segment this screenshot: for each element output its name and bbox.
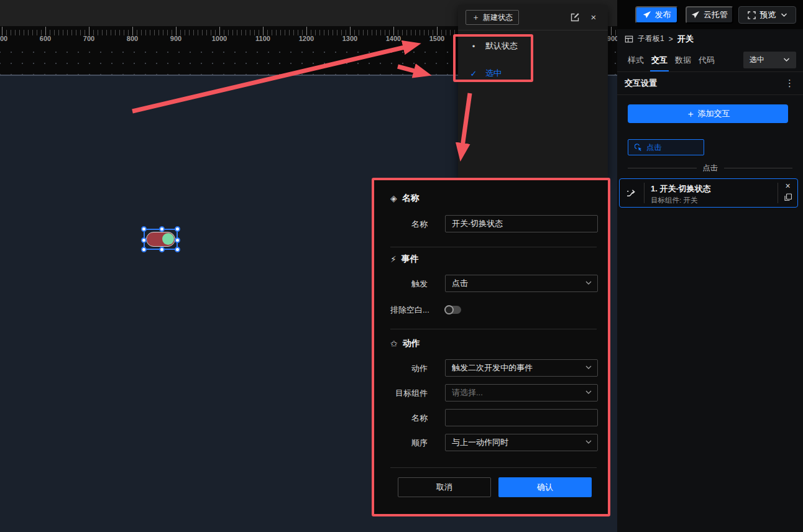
switch-knob[interactable] xyxy=(162,233,174,245)
field-label: 名称 xyxy=(389,219,428,230)
new-state-label: 新建状态 xyxy=(483,12,513,23)
action-select[interactable]: 触发二次开发中的事件 xyxy=(445,359,598,377)
card-actions: × xyxy=(778,179,797,207)
resize-handle-s[interactable] xyxy=(159,247,165,252)
select-value: 与上一动作同时 xyxy=(452,437,508,448)
breadcrumb-parent[interactable]: 子看板1 xyxy=(638,34,664,44)
section-title: 名称 xyxy=(402,193,420,204)
diamond-icon: ◈ xyxy=(390,193,397,203)
chevron-down-icon xyxy=(585,440,592,444)
cancel-button[interactable]: 取消 xyxy=(398,477,491,497)
ruler-label: 600 xyxy=(32,35,59,42)
publish-label: 发布 xyxy=(655,9,671,21)
ruler-label: 800 xyxy=(119,35,146,42)
tab-code[interactable]: 代码 xyxy=(699,55,715,66)
chevron-down-icon xyxy=(781,13,787,17)
resize-handle-ne[interactable] xyxy=(175,226,180,232)
field-row-order: 顺序 与上一动作同时 xyxy=(374,434,608,451)
new-state-button[interactable]: ＋ 新建状态 xyxy=(466,10,519,25)
copy-icon[interactable] xyxy=(784,193,792,204)
name-input[interactable] xyxy=(445,215,598,232)
section-title: 事件 xyxy=(402,254,419,265)
modal-section-action: ✩ 动作 xyxy=(390,338,420,349)
add-interaction-button[interactable]: ＋ 添加交互 xyxy=(628,104,788,123)
field-row-action: 动作 触发二次开发中的事件 xyxy=(374,359,608,377)
fullscreen-frame-icon xyxy=(748,11,756,19)
breadcrumb: 子看板1 > 开关 xyxy=(617,29,803,48)
chevron-down-icon xyxy=(585,390,592,395)
settings-sidebar: 发布 云托管 预览 子看板1 > 开关 样式 xyxy=(617,0,803,532)
star-icon: ✩ xyxy=(390,339,398,349)
chevron-down-icon xyxy=(585,365,592,370)
state-select[interactable]: 选中 xyxy=(743,52,796,68)
field-row-action-name: 名称 xyxy=(374,409,608,426)
ruler-label: 1400 xyxy=(380,35,407,42)
editor-stage: 5006007008009001000110012001300140015001… xyxy=(0,0,803,532)
resize-handle-nw[interactable] xyxy=(141,226,147,232)
states-dropdown-panel: ＋ 新建状态 × • 默认状态 ✓ 选中 xyxy=(458,5,608,178)
modal-section-event: ⚡ 事件 xyxy=(390,254,419,265)
ruler-label: 1100 xyxy=(249,35,277,42)
modal-section-name: ◈ 名称 xyxy=(390,193,420,204)
click-cursor-icon xyxy=(635,144,643,152)
toggle-knob xyxy=(444,305,454,314)
tab-style[interactable]: 样式 xyxy=(628,55,644,66)
paper-plane-icon xyxy=(691,11,700,19)
tab-data[interactable]: 数据 xyxy=(675,55,691,66)
exclude-blank-toggle[interactable] xyxy=(445,306,461,314)
preview-label: 预览 xyxy=(760,9,776,21)
sidebar-topbar: 发布 云托管 预览 xyxy=(617,0,803,29)
ruler-label: 1500 xyxy=(423,35,451,42)
switch-track[interactable] xyxy=(146,232,175,247)
resize-handle-e[interactable] xyxy=(175,237,180,243)
group-label: 点击 xyxy=(703,163,718,173)
lightning-icon: ⚡ xyxy=(390,254,397,264)
chevron-down-icon xyxy=(783,58,790,62)
trigger-group-divider: 点击 xyxy=(628,163,792,172)
confirm-button[interactable]: 确认 xyxy=(498,477,592,497)
ruler-label: 1300 xyxy=(336,35,364,42)
state-select-value: 选中 xyxy=(750,55,764,65)
resize-handle-se[interactable] xyxy=(175,247,180,252)
field-row-exclude: 排除空白... xyxy=(374,301,608,318)
annotation-highlight-states xyxy=(453,34,533,82)
section-title: 交互设置 xyxy=(625,78,657,89)
field-label: 动作 xyxy=(389,363,428,374)
field-label: 排除空白... xyxy=(390,305,429,316)
click-trigger-chip[interactable]: 点击 xyxy=(628,139,704,155)
tab-interaction[interactable]: 交互 xyxy=(651,55,668,66)
interaction-settings-header: 交互设置 ⋮ xyxy=(617,72,803,95)
resize-handle-w[interactable] xyxy=(141,237,147,243)
delete-icon[interactable]: × xyxy=(785,181,790,190)
field-row-target: 目标组件 请选择... xyxy=(374,384,608,401)
order-select[interactable]: 与上一动作同时 xyxy=(445,434,598,451)
kebab-menu-icon[interactable]: ⋮ xyxy=(785,78,794,89)
divider xyxy=(458,30,608,30)
cloud-hosting-label: 云托管 xyxy=(704,9,728,21)
cloud-hosting-button[interactable]: 云托管 xyxy=(686,6,733,24)
ruler-label: 1200 xyxy=(293,35,320,42)
select-value: 触发二次开发中的事件 xyxy=(452,362,533,374)
publish-button[interactable]: 发布 xyxy=(635,6,678,24)
select-value: 点击 xyxy=(452,278,468,289)
target-component-select[interactable]: 请选择... xyxy=(445,384,598,401)
trigger-select[interactable]: 点击 xyxy=(445,275,598,292)
ruler-label: 700 xyxy=(75,35,103,42)
action-name-input[interactable] xyxy=(445,409,598,426)
edit-icon[interactable] xyxy=(570,12,580,22)
card-text: 1. 开关-切换状态 目标组件: 开关 xyxy=(645,179,778,207)
add-interaction-label: 添加交互 xyxy=(698,108,730,119)
field-label: 顺序 xyxy=(389,438,428,449)
interaction-card[interactable]: 1. 开关-切换状态 目标组件: 开关 × xyxy=(619,178,798,208)
dashboard-icon xyxy=(625,35,633,44)
resize-handle-sw[interactable] xyxy=(141,247,147,252)
card-subtitle: 目标组件: 开关 xyxy=(651,196,778,205)
plus-icon: ＋ xyxy=(472,12,480,23)
ruler-label: 900 xyxy=(162,35,190,42)
preview-button[interactable]: 预览 xyxy=(738,6,796,24)
resize-handle-n[interactable] xyxy=(159,226,165,232)
close-icon[interactable]: × xyxy=(589,12,599,22)
divider xyxy=(390,467,597,468)
field-label: 触发 xyxy=(389,278,428,290)
selected-switch-widget[interactable] xyxy=(144,229,178,250)
